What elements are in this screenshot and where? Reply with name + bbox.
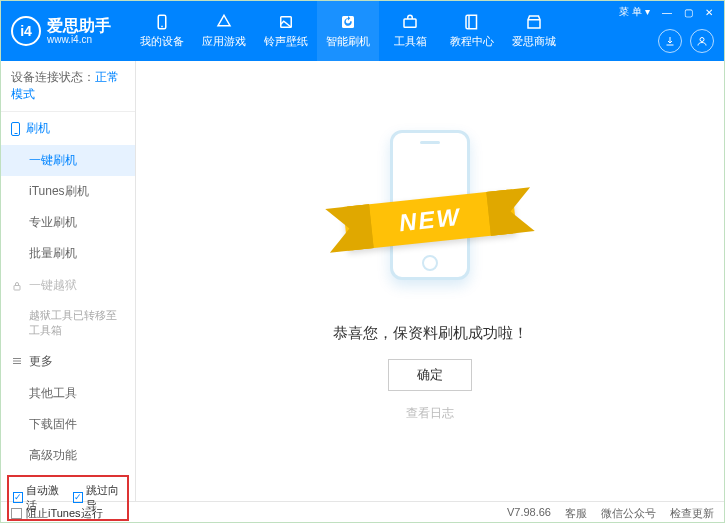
checkbox-checked-icon: ✓ — [73, 492, 83, 503]
sidebar-section-flash[interactable]: 刷机 — [0, 112, 135, 145]
update-link[interactable]: 检查更新 — [670, 506, 714, 521]
sidebar-item-firmware[interactable]: 下载固件 — [1, 409, 135, 440]
minimize-button[interactable]: — — [659, 7, 675, 18]
section-title: 刷机 — [26, 120, 50, 137]
success-illustration: NEW — [355, 120, 505, 300]
download-icon — [664, 35, 676, 47]
svg-point-7 — [700, 38, 704, 42]
svg-rect-4 — [404, 19, 416, 27]
sidebar-section-jailbreak[interactable]: 一键越狱 — [1, 269, 135, 302]
wechat-link[interactable]: 微信公众号 — [601, 506, 656, 521]
support-link[interactable]: 客服 — [565, 506, 587, 521]
nav-label: 铃声壁纸 — [264, 34, 308, 49]
toolbox-icon — [401, 13, 419, 31]
status-label: 设备连接状态： — [11, 70, 95, 84]
sidebar-section-more[interactable]: 更多 — [1, 345, 135, 378]
menu-icon — [11, 355, 23, 367]
nav-label: 智能刷机 — [326, 34, 370, 49]
store-icon — [525, 13, 543, 31]
app-header: i4 爱思助手 www.i4.cn 我的设备 应用游戏 铃声壁纸 智能刷机 工具… — [1, 1, 724, 61]
wallpaper-icon — [277, 13, 295, 31]
block-itunes-checkbox[interactable]: ✓ 阻止iTunes运行 — [11, 506, 103, 521]
view-log-link[interactable]: 查看日志 — [406, 405, 454, 422]
version-label: V7.98.66 — [507, 506, 551, 521]
nav-store[interactable]: 爱思商城 — [503, 1, 565, 61]
nav-label: 应用游戏 — [202, 34, 246, 49]
checkbox-checked-icon: ✓ — [13, 492, 23, 503]
apps-icon — [215, 13, 233, 31]
account-button[interactable] — [690, 29, 714, 53]
confirm-button[interactable]: 确定 — [388, 359, 472, 391]
refresh-icon — [339, 13, 357, 31]
app-logo: i4 爱思助手 www.i4.cn — [11, 16, 111, 46]
nav-label: 我的设备 — [140, 34, 184, 49]
download-button[interactable] — [658, 29, 682, 53]
sidebar-item-batch[interactable]: 批量刷机 — [1, 238, 135, 269]
nav-label: 工具箱 — [394, 34, 427, 49]
sidebar-item-other[interactable]: 其他工具 — [1, 378, 135, 409]
nav-toolbox[interactable]: 工具箱 — [379, 1, 441, 61]
nav-flash[interactable]: 智能刷机 — [317, 1, 379, 61]
maximize-button[interactable]: ▢ — [681, 7, 696, 18]
section-title: 更多 — [29, 353, 53, 370]
user-icon — [696, 35, 708, 47]
section-title: 一键越狱 — [29, 277, 77, 294]
nav-tutorials[interactable]: 教程中心 — [441, 1, 503, 61]
jailbreak-note: 越狱工具已转移至工具箱 — [1, 302, 135, 345]
checkbox-label: 阻止iTunes运行 — [26, 506, 103, 521]
sidebar: 设备连接状态：正常模式 刷机 一键刷机 iTunes刷机 专业刷机 批量刷机 一… — [1, 61, 136, 501]
phone-icon — [153, 13, 171, 31]
main-content: NEW 恭喜您，保资料刷机成功啦！ 确定 查看日志 — [136, 61, 724, 501]
close-button[interactable]: ✕ — [702, 7, 716, 18]
new-ribbon: NEW — [343, 189, 517, 251]
sidebar-item-oneclick[interactable]: 一键刷机 — [1, 145, 135, 176]
app-title: 爱思助手 — [47, 17, 111, 35]
checkbox-unchecked-icon: ✓ — [11, 508, 22, 519]
svg-rect-8 — [14, 285, 20, 290]
sidebar-item-advanced[interactable]: 高级功能 — [1, 440, 135, 471]
logo-icon: i4 — [11, 16, 41, 46]
nav-my-device[interactable]: 我的设备 — [131, 1, 193, 61]
lock-icon — [11, 280, 23, 292]
app-url: www.i4.cn — [47, 34, 111, 45]
nav-label: 教程中心 — [450, 34, 494, 49]
sidebar-item-itunes[interactable]: iTunes刷机 — [1, 176, 135, 207]
nav-ringtones[interactable]: 铃声壁纸 — [255, 1, 317, 61]
nav-apps[interactable]: 应用游戏 — [193, 1, 255, 61]
sidebar-item-pro[interactable]: 专业刷机 — [1, 207, 135, 238]
phone-icon — [11, 122, 20, 136]
success-message: 恭喜您，保资料刷机成功啦！ — [333, 324, 528, 343]
main-nav: 我的设备 应用游戏 铃声壁纸 智能刷机 工具箱 教程中心 爱思商城 — [131, 1, 565, 61]
book-icon — [463, 13, 481, 31]
nav-label: 爱思商城 — [512, 34, 556, 49]
menu-dropdown[interactable]: 菜 单 ▾ — [616, 5, 653, 19]
window-controls: 菜 单 ▾ — ▢ ✕ — [616, 5, 716, 19]
connection-status: 设备连接状态：正常模式 — [1, 61, 135, 112]
